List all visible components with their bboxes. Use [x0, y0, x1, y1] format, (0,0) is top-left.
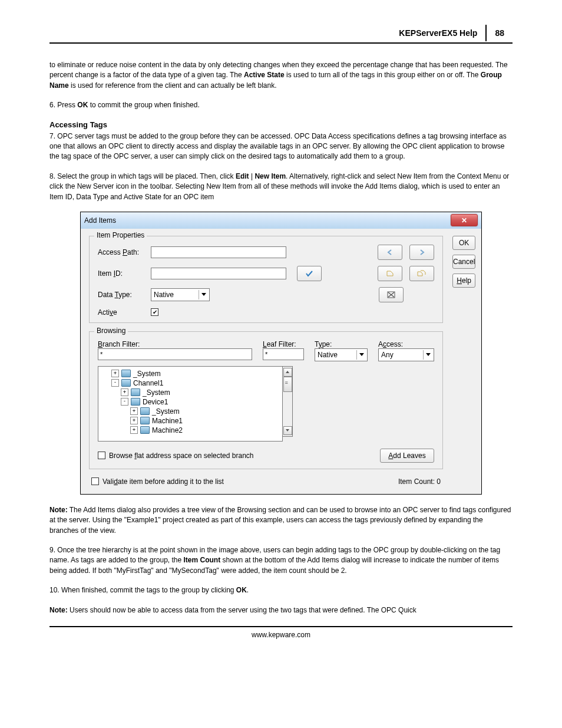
step-9: 9. Once the tree hierarchy is at the poi…: [49, 545, 513, 576]
expand-icon[interactable]: +: [130, 417, 138, 424]
tree-node[interactable]: -Channel1: [111, 378, 281, 388]
delete-button[interactable]: [379, 287, 404, 302]
item-id-label: Item ID:: [98, 269, 151, 278]
data-type-select[interactable]: Native: [151, 288, 210, 301]
validate-label: Validate item before adding it to the li…: [103, 477, 224, 486]
folder-icon: [121, 370, 131, 377]
branch-filter-label: Branch Filter:: [98, 340, 252, 348]
access-filter-label: Access:: [378, 340, 434, 348]
page-header: KEPServerEX5 Help 88: [49, 25, 513, 44]
step-8: 8. Select the group in which tags will b…: [49, 172, 513, 202]
folder-icon: [121, 379, 131, 387]
step-10: 10. When finished, commit the tags to th…: [49, 585, 513, 595]
tree-node[interactable]: +Machine1: [130, 416, 281, 426]
dialog-titlebar[interactable]: Add Items ✕: [81, 212, 481, 229]
access-filter-select[interactable]: Any: [378, 348, 434, 361]
item-id-input[interactable]: [151, 268, 286, 279]
duplicate-tag-button[interactable]: [409, 266, 434, 281]
ok-button[interactable]: OK: [452, 236, 475, 250]
note-1: Note: The Add Items dialog also provides…: [49, 505, 513, 536]
step-6: 6. Press OK to commit the group when fin…: [49, 100, 513, 110]
active-checkbox[interactable]: ✔: [151, 308, 158, 316]
tree-node[interactable]: +_System: [111, 369, 281, 378]
browsing-group: Browsing Branch Filter: Leaf Filter:: [89, 331, 443, 469]
browse-tree[interactable]: +_System -Channel1 +_System -Device1 +_S…: [98, 366, 283, 442]
type-filter-select[interactable]: Native: [315, 348, 368, 361]
add-leaves-button[interactable]: Add Leaves: [380, 449, 434, 463]
leaf-filter-input[interactable]: [263, 348, 304, 360]
validate-checkbox[interactable]: [91, 477, 99, 485]
folder-icon: [131, 398, 140, 406]
branch-filter-input[interactable]: [98, 348, 252, 360]
step-7: 7. OPC server tags must be added to the …: [49, 131, 513, 162]
scroll-up-button[interactable]: [283, 368, 292, 377]
access-path-input[interactable]: [151, 246, 286, 258]
tree-node[interactable]: +_System: [121, 388, 281, 397]
new-tag-button[interactable]: [378, 266, 402, 281]
item-properties-legend: Item Properties: [94, 231, 147, 239]
folder-icon: [140, 426, 150, 434]
leaf-filter-label: Leaf Filter:: [263, 340, 304, 348]
dialog-title: Add Items: [84, 216, 116, 225]
data-type-label: Data Type:: [98, 291, 151, 299]
page-footer: www.kepware.com: [49, 626, 513, 639]
folder-icon: [131, 388, 140, 396]
chevron-down-icon: [199, 290, 208, 299]
chevron-down-icon: [356, 350, 366, 360]
folder-icon: [140, 417, 150, 424]
header-page-number: 88: [487, 25, 513, 41]
scroll-thumb[interactable]: [283, 377, 292, 392]
browsing-legend: Browsing: [94, 327, 128, 335]
close-button[interactable]: ✕: [451, 214, 478, 226]
next-button[interactable]: [409, 245, 434, 260]
collapse-icon[interactable]: -: [111, 379, 119, 387]
heading-accessing-tags: Accessing Tags: [49, 120, 513, 129]
prev-button[interactable]: [378, 245, 402, 260]
tree-scrollbar[interactable]: [283, 366, 293, 437]
active-label: Active: [98, 308, 151, 317]
header-title: KEPServerEX5 Help: [391, 25, 487, 41]
folder-icon: [140, 407, 150, 415]
add-items-dialog: Add Items ✕ Item Properties Access Path:: [80, 212, 482, 495]
item-properties-group: Item Properties Access Path: Item ID:: [89, 236, 443, 323]
tree-node[interactable]: +_System: [130, 407, 281, 416]
expand-icon[interactable]: +: [121, 388, 128, 396]
chevron-down-icon: [423, 350, 432, 360]
browse-flat-checkbox[interactable]: [98, 452, 105, 459]
note-2: Note: Users should now be able to access…: [49, 605, 513, 615]
help-button[interactable]: Help: [452, 274, 475, 288]
validate-button[interactable]: [297, 266, 322, 281]
paragraph-intro: to eliminate or reduce noise content in …: [49, 60, 513, 91]
tree-node[interactable]: -Device1: [121, 397, 281, 407]
browse-flat-label: Browse flat address space on selected br…: [109, 452, 254, 460]
cancel-button[interactable]: Cancel: [452, 255, 475, 269]
access-path-label: Access Path:: [98, 248, 151, 256]
expand-icon[interactable]: +: [130, 407, 138, 415]
expand-icon[interactable]: +: [130, 426, 138, 434]
collapse-icon[interactable]: -: [121, 398, 128, 406]
expand-icon[interactable]: +: [111, 370, 119, 377]
scroll-down-button[interactable]: [283, 426, 292, 435]
close-icon: ✕: [461, 216, 467, 225]
type-filter-label: Type:: [315, 340, 368, 348]
tree-node[interactable]: +Machine2: [130, 426, 281, 435]
item-count-label: Item Count: 0: [398, 477, 441, 486]
